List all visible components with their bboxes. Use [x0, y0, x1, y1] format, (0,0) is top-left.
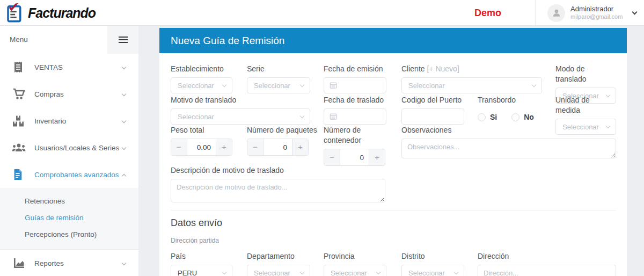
plus-button[interactable]: + [369, 149, 385, 165]
field-label: Cliente [+ Nuevo] [401, 64, 542, 74]
plus-button[interactable]: + [216, 139, 232, 155]
sidebar-item-comprobantes-avanzados[interactable]: Comprobantes avanzados [0, 161, 138, 188]
direccion-partida-label: Dirección partida [171, 237, 219, 244]
field-label: Número de contenedor [324, 125, 383, 146]
direccion-input[interactable] [478, 265, 616, 276]
chevron-down-icon [376, 270, 380, 274]
field-fecha-emision: Fecha de emisión [324, 64, 386, 93]
minus-button[interactable]: − [247, 139, 263, 155]
numero-paquetes-stepper: − + [247, 139, 309, 156]
field-numero-contenedor: Número de contenedor − + [324, 125, 385, 166]
field-direccion: Dirección [478, 251, 616, 276]
sidebar-item-label: Reportes [34, 259, 64, 267]
chevron-down-icon [222, 83, 226, 87]
sidebar-item-label: VENTAS [34, 63, 63, 71]
radio-label-si: Si [490, 113, 497, 121]
user-menu[interactable]: Administrador milparo@gmail.com [535, 0, 644, 26]
submenu-item-retenciones[interactable]: Retenciones [0, 193, 138, 209]
field-label: Serie [247, 64, 310, 74]
departamento-select[interactable]: Seleccionar [247, 265, 310, 276]
transbordo-si-radio[interactable] [478, 113, 486, 121]
submenu-item-percepciones[interactable]: Percepciones (Pronto) [0, 226, 138, 243]
peso-total-value[interactable] [187, 139, 216, 155]
field-establecimiento: Establecimiento Seleccionar [171, 64, 232, 93]
environment-badge: Demo [474, 0, 501, 26]
field-label: Fecha de traslado [324, 95, 386, 105]
codigo-puerto-input[interactable] [401, 108, 464, 125]
field-descripcion-motivo: Descripción de motivo de traslado [171, 165, 385, 205]
page-title: Nueva Guía de Remisión [159, 28, 627, 53]
plus-button[interactable]: + [292, 139, 308, 155]
field-peso-total: Peso total − + [171, 125, 232, 156]
field-label: Codigo del Puerto [401, 95, 464, 105]
fecha-emision-input[interactable] [324, 77, 386, 93]
sidebar: Menu VENTAS Compras [0, 26, 138, 276]
numero-contenedor-value[interactable] [340, 149, 369, 165]
chevron-down-icon [122, 92, 126, 96]
field-label: Fecha de emisión [324, 64, 386, 74]
field-codigo-puerto: Codigo del Puerto [401, 95, 464, 125]
numero-paquetes-value[interactable] [263, 139, 292, 155]
chart-icon [12, 257, 26, 270]
submenu-item-guias-de-remision[interactable]: Guías de remisión [0, 209, 138, 226]
field-label: Unidad de medida [555, 95, 616, 115]
field-label: Distrito [401, 251, 464, 262]
field-label: Departamento [247, 251, 310, 262]
sidebar-item-usuarios[interactable]: Usuarios/Locales & Series [0, 134, 138, 161]
descripcion-motivo-textarea[interactable] [171, 179, 385, 202]
calendar-icon [330, 113, 337, 120]
field-departamento: Departamento Seleccionar [247, 251, 310, 276]
minus-button[interactable]: − [171, 139, 187, 155]
provincia-select[interactable]: Seleccionar [324, 265, 386, 276]
chevron-down-icon [454, 270, 458, 274]
cliente-select[interactable]: Seleccionar [401, 77, 542, 93]
cart-icon [12, 88, 26, 100]
chevron-down-icon [122, 146, 126, 150]
cliente-new-link[interactable]: [+ Nuevo] [427, 64, 459, 73]
observaciones-textarea[interactable] [401, 139, 616, 158]
remision-form: Establecimiento Seleccionar Serie Selecc… [159, 53, 627, 276]
chevron-down-icon [300, 83, 304, 87]
field-label: Observaciones [401, 125, 616, 135]
field-distrito: Distrito Seleccionar [401, 251, 464, 276]
field-serie: Serie Seleccionar [247, 64, 310, 93]
avatar [547, 4, 565, 22]
sidebar-submenu: Retenciones Guías de remisión Percepcion… [0, 188, 138, 250]
pais-select[interactable]: PERU [171, 265, 232, 276]
sidebar-item-ventas[interactable]: VENTAS [0, 54, 138, 81]
sidebar-item-reportes[interactable]: Reportes [0, 250, 138, 276]
field-label: Descripción de motivo de traslado [171, 165, 385, 176]
user-info: Administrador milparo@gmail.com [570, 5, 623, 21]
field-label: País [171, 251, 232, 262]
field-provincia: Provincia Seleccionar [324, 251, 386, 276]
field-fecha-traslado: Fecha de traslado [324, 95, 386, 125]
calendar-icon [330, 82, 337, 89]
datos-envio-heading: Datos envío [171, 217, 222, 229]
document-icon [12, 168, 26, 181]
brand-name: Facturando [28, 5, 96, 21]
top-header: Facturando Demo Administrador milparo@gm… [0, 0, 644, 26]
numero-contenedor-stepper: − + [324, 149, 385, 166]
brand-logo[interactable]: Facturando [4, 2, 96, 24]
minus-button[interactable]: − [324, 149, 340, 165]
distrito-select[interactable]: Seleccionar [401, 265, 464, 276]
establecimiento-select[interactable]: Seleccionar [171, 77, 232, 93]
chevron-down-icon [632, 10, 638, 15]
sidebar-item-compras[interactable]: Compras [0, 81, 138, 107]
sidebar-toggle-button[interactable] [107, 26, 138, 54]
sidebar-item-label: Comprobantes avanzados [34, 171, 119, 179]
boxes-icon [12, 114, 26, 128]
field-label: Dirección [478, 251, 616, 262]
sidebar-item-inventario[interactable]: Inventario [0, 107, 138, 134]
hamburger-icon [119, 35, 128, 45]
sidebar-menu-row: Menu [0, 26, 138, 54]
serie-select[interactable]: Seleccionar [247, 77, 310, 93]
field-label: Motivo de translado [171, 95, 310, 105]
chevron-up-icon [122, 174, 126, 178]
field-transbordo: Transbordo Si No [478, 95, 547, 126]
motivo-translado-select[interactable]: Seleccionar [171, 108, 310, 125]
fecha-traslado-input[interactable] [324, 108, 386, 125]
field-label: Provincia [324, 251, 386, 262]
field-pais: País PERU [171, 251, 232, 276]
transbordo-no-radio[interactable] [511, 113, 519, 121]
